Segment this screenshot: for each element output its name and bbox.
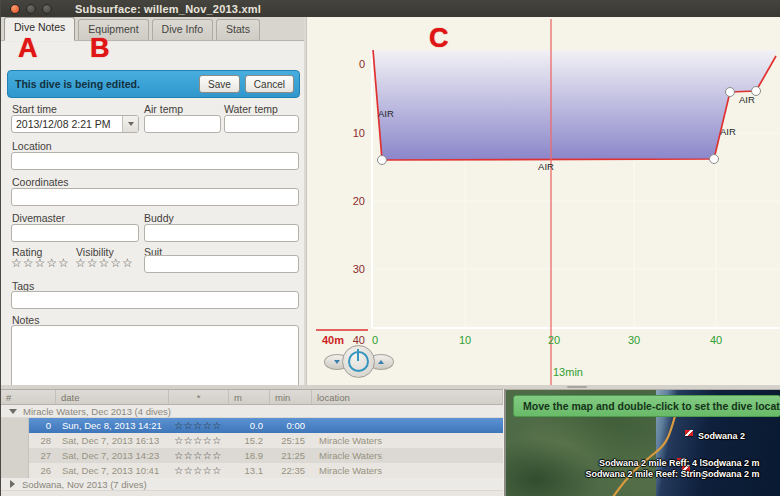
dive-depth: 15.2 <box>228 435 269 446</box>
map-site-label: Sodwana 2 m <box>702 458 760 468</box>
column-header-duration[interactable]: min <box>270 390 312 404</box>
dive-profile-chart[interactable]: 0 10 20 30 40 40m 0 10 20 30 40 13min AI… <box>306 17 780 389</box>
dive-notes-form: This dive is being edited. Save Cancel S… <box>1 42 306 385</box>
trip-group-row[interactable]: Sodwana, Nov 2013 (7 dives) <box>1 478 503 491</box>
tab-stats[interactable]: Stats <box>216 19 260 40</box>
dive-number: 28 <box>29 435 56 446</box>
tab-equipment[interactable]: Equipment <box>78 19 148 40</box>
trip-group-label: Miracle Waters, Dec 2013 (4 dives) <box>23 406 171 417</box>
time-cursor-readout: 13min <box>553 366 583 378</box>
dive-depth: 0.0 <box>228 420 269 431</box>
start-time-label: Start time <box>12 103 57 115</box>
map-banner: Move the map and double-click to set the… <box>513 395 780 417</box>
save-button[interactable]: Save <box>199 75 240 93</box>
dive-notes-panel: Dive Notes Equipment Dive Info Stats Thi… <box>1 17 306 385</box>
column-header-depth[interactable]: m <box>229 390 270 404</box>
splitter-grip-icon <box>567 386 587 388</box>
dive-rating-stars: ☆☆☆☆☆ <box>168 420 228 431</box>
dive-list-header[interactable]: # date * m min location <box>1 390 503 405</box>
dive-list-table: # date * m min location Miracle Waters, … <box>1 389 503 496</box>
profile-scale-widget <box>324 345 394 379</box>
dive-rating-stars: ☆☆☆☆☆ <box>168 435 228 446</box>
buddy-field[interactable] <box>144 224 299 242</box>
column-header-location[interactable]: location <box>312 390 503 404</box>
time-tick-10: 10 <box>459 334 471 346</box>
triangle-expanded-icon <box>9 409 17 414</box>
start-time-combobox[interactable]: 2013/12/08 2:21 PM <box>11 115 139 133</box>
column-header-rating[interactable]: * <box>169 390 229 404</box>
dive-rating-stars: ☆☆☆☆☆ <box>168 450 228 461</box>
gas-label: AIR <box>538 161 554 172</box>
gas-label: AIR <box>378 108 394 119</box>
dive-date: Sat, Dec 7, 2013 16:13 <box>56 435 168 446</box>
tab-bar: Dive Notes Equipment Dive Info Stats <box>1 17 306 41</box>
dive-duration: 0:00 <box>269 420 311 431</box>
dive-duration: 22:35 <box>269 465 311 476</box>
dive-date: Sat, Dec 7, 2013 14:23 <box>56 450 168 461</box>
annotation-c: C <box>429 23 449 54</box>
time-tick-20: 20 <box>548 334 560 346</box>
tab-dive-notes[interactable]: Dive Notes <box>4 17 75 41</box>
map-site-label: Sodwana 2 mile Reef: Stringer <box>585 469 715 479</box>
trip-group-label: Sodwana, Nov 2013 (7 dives) <box>22 479 147 490</box>
profile-svg: 0 10 20 30 40 40m 0 10 20 30 40 13min AI… <box>313 17 780 388</box>
depth-tick-20: 20 <box>353 195 365 207</box>
cancel-button[interactable]: Cancel <box>245 75 294 93</box>
time-tick-40: 40 <box>710 334 722 346</box>
profile-handle[interactable] <box>710 155 719 164</box>
subsurface-window: Subsurface: willem_Nov_2013.xml Dive Not… <box>0 0 780 496</box>
divemaster-label: Divemaster <box>12 212 65 224</box>
profile-handle[interactable] <box>378 156 387 165</box>
dive-row[interactable]: 26 Sat, Dec 7, 2013 10:41 ☆☆☆☆☆ 13.1 22:… <box>1 463 503 478</box>
coordinates-label: Coordinates <box>12 176 69 188</box>
buddy-label: Buddy <box>144 212 174 224</box>
row-gutter <box>1 418 29 433</box>
dive-location: Miracle Waters <box>311 435 503 446</box>
dive-flag-icon[interactable] <box>685 430 693 436</box>
time-tick-30: 30 <box>628 334 640 346</box>
column-header-date[interactable]: date <box>56 390 169 404</box>
dive-number: 0 <box>29 420 56 431</box>
dive-duration: 25:15 <box>269 435 311 446</box>
dive-depth: 13.1 <box>228 465 269 476</box>
suit-field[interactable] <box>144 255 299 273</box>
visibility-stars[interactable]: ☆☆☆☆☆ <box>75 256 134 270</box>
air-temp-label: Air temp <box>144 103 183 115</box>
water-temp-label: Water temp <box>224 103 278 115</box>
dive-row[interactable]: 27 Sat, Dec 7, 2013 14:23 ☆☆☆☆☆ 18.9 21:… <box>1 448 503 463</box>
tab-dive-info[interactable]: Dive Info <box>152 19 213 40</box>
dive-location: Miracle Waters <box>311 465 503 476</box>
column-header-number[interactable]: # <box>1 390 56 404</box>
dive-location-map[interactable]: Sodwana 2 mile Reff: 4 bouy Sodwana 2 mi… <box>504 389 780 496</box>
close-icon[interactable] <box>10 4 20 14</box>
titlebar: Subsurface: willem_Nov_2013.xml <box>1 0 780 17</box>
chevron-down-icon[interactable] <box>122 116 138 132</box>
dive-row[interactable]: 28 Sat, Dec 7, 2013 16:13 ☆☆☆☆☆ 15.2 25:… <box>1 433 503 448</box>
location-label: Location <box>12 140 52 152</box>
depth-tick-10: 10 <box>353 127 365 139</box>
dive-row-selected[interactable]: 0 Sun, Dec 8, 2013 14:21 ☆☆☆☆☆ 0.0 0:00 <box>1 418 503 433</box>
maximize-icon[interactable] <box>42 4 52 14</box>
ruler-toggle-button[interactable] <box>342 345 375 378</box>
map-site-label: Sodwana 2 <box>698 431 745 441</box>
rating-stars[interactable]: ☆☆☆☆☆ <box>11 256 70 270</box>
gas-label: AIR <box>720 126 736 137</box>
dive-depth: 18.9 <box>228 450 269 461</box>
edit-banner-message: This dive is being edited. <box>15 78 199 90</box>
profile-handle[interactable] <box>726 88 735 97</box>
location-field[interactable] <box>11 152 299 170</box>
gauge-icon <box>348 351 369 372</box>
annotation-b: B <box>90 33 110 64</box>
tags-field[interactable] <box>11 291 299 309</box>
coordinates-field[interactable] <box>11 188 299 206</box>
triangle-down-icon <box>334 360 340 364</box>
divemaster-field[interactable] <box>11 224 139 242</box>
triangle-up-icon <box>378 360 384 364</box>
start-time-value: 2013/12/08 2:21 PM <box>16 118 122 130</box>
trip-group-row[interactable]: Miracle Waters, Dec 2013 (4 dives) <box>1 405 503 418</box>
dive-number: 26 <box>29 465 56 476</box>
minimize-icon[interactable] <box>26 4 36 14</box>
air-temp-field[interactable] <box>144 115 221 133</box>
water-temp-field[interactable] <box>224 115 299 133</box>
map-site-label: Sodwana 2 m <box>702 469 760 479</box>
